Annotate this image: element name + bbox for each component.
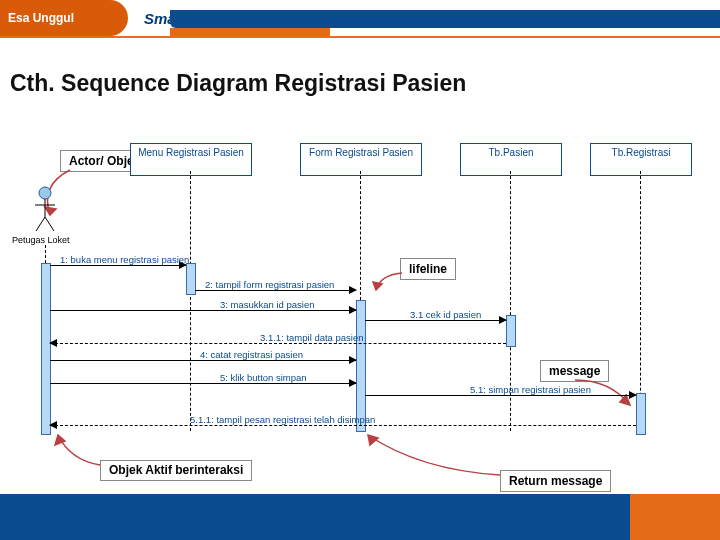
msg-3-1-1-text: 3.1.1: tampil data pasien: [260, 332, 364, 343]
msg-5-1-line: [365, 395, 636, 396]
svg-line-9: [45, 217, 54, 231]
activation-actor: [41, 263, 51, 435]
msg-5-1-1-line: [50, 425, 636, 426]
msg-5-text: 5: klik button simpan: [220, 372, 307, 383]
svg-point-5: [39, 187, 51, 199]
msg-5-1-1-text: 5.1.1: tampil pesan registrasi telah dis…: [190, 414, 375, 425]
actor-icon: [30, 185, 60, 235]
participant-menu: Menu Registrasi Pasien: [130, 143, 252, 176]
university-logo: Esa Unggul: [0, 0, 128, 36]
slide-title: Cth. Sequence Diagram Registrasi Pasien: [10, 70, 710, 97]
msg-3-text: 3: masukkan id pasien: [220, 299, 315, 310]
lifeline-tbregistrasi: [640, 171, 641, 431]
msg-1-line: [50, 265, 186, 266]
msg-4-text: 4: catat registrasi pasien: [200, 349, 303, 360]
msg-4-line: [50, 360, 356, 361]
msg-3-1-line: [365, 320, 506, 321]
msg-2-text: 2: tampil form registrasi pasien: [205, 279, 334, 290]
msg-5-1-text: 5.1: simpan registrasi pasien: [470, 384, 591, 395]
msg-5-line: [50, 383, 356, 384]
msg-3-line: [50, 310, 356, 311]
sequence-diagram: Petugas Loket Menu Registrasi Pasien For…: [10, 135, 710, 475]
header-stripes: [0, 38, 720, 46]
svg-line-8: [36, 217, 45, 231]
participant-form: Form Registrasi Pasien: [300, 143, 422, 176]
activation-tbregistrasi: [636, 393, 646, 435]
msg-1-text: 1: buka menu registrasi pasien: [60, 254, 189, 265]
participant-tbpasien: Tb.Pasien: [460, 143, 562, 176]
msg-3-1-1-line: [50, 343, 506, 344]
footer-accent: [630, 494, 720, 540]
footer-bar: [0, 494, 720, 540]
university-name: Esa Unggul: [8, 11, 74, 25]
participant-tbregistrasi: Tb.Registrasi: [590, 143, 692, 176]
actor-label: Petugas Loket: [12, 235, 70, 245]
activation-tbpasien: [506, 315, 516, 347]
msg-3-1-text: 3.1 cek id pasien: [410, 309, 481, 320]
msg-2-line: [195, 290, 356, 291]
lifeline-menu: [190, 171, 191, 431]
